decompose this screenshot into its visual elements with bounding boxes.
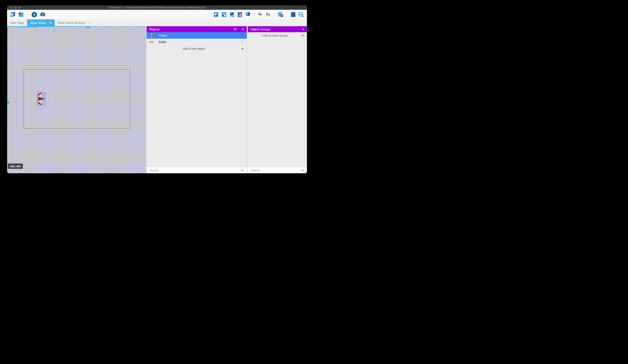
bullet-thumbnail — [148, 39, 155, 45]
rotation-handle[interactable] — [40, 88, 42, 90]
horizontal-scrollbar-thumb[interactable] — [86, 26, 90, 28]
groups-search-bar — [248, 167, 307, 173]
instances-list-icon[interactable] — [237, 12, 243, 18]
object-row-bullet[interactable]: Bullet ⋮ — [147, 39, 247, 45]
resize-handle-bottom-left[interactable] — [40, 107, 42, 108]
resize-handle-bottom-right[interactable] — [47, 107, 49, 108]
add-object-label: Add a new object — [147, 47, 241, 50]
groups-panel-header: Object Groups ✕ — [248, 26, 307, 32]
add-group-label: Click to add a group — [248, 34, 302, 37]
objects-panel-header: Objects ✕ — [147, 26, 247, 32]
grid-icon[interactable] — [290, 12, 296, 18]
properties-icon[interactable] — [229, 12, 235, 18]
objects-panel-title: Objects — [149, 27, 160, 31]
object-groups-panel: Object Groups ✕ Click to add a group + — [248, 26, 307, 173]
toolbar-separator — [27, 12, 28, 17]
objects-panel: Objects ✕ — [147, 26, 247, 173]
main-toolbar: 1:1 — [7, 10, 307, 19]
groups-search-input[interactable] — [248, 169, 301, 172]
scene-canvas[interactable]: 268;-464 — [7, 26, 146, 173]
search-icon — [301, 169, 305, 172]
plus-icon[interactable]: + — [241, 46, 244, 51]
toolbar-separator — [274, 12, 274, 17]
filter-icon[interactable] — [234, 28, 236, 30]
object-row-player[interactable]: Player ⋮ — [147, 32, 247, 39]
tab-base-scene[interactable]: Base Scene ✕ — [27, 19, 55, 26]
project-manager-icon[interactable] — [9, 12, 16, 18]
close-tab-icon[interactable]: ✕ — [88, 21, 91, 24]
app-window: GDevelop 5 - /Users/dkarakay/Documents/G… — [7, 5, 307, 173]
close-icon[interactable]: ✕ — [302, 28, 305, 31]
layers-icon[interactable] — [245, 12, 251, 18]
active-tab-underline — [18, 26, 37, 27]
object-groups-editor-icon[interactable] — [221, 12, 227, 18]
groups-panel-title: Object Groups — [250, 27, 270, 31]
close-tab-icon[interactable]: ✕ — [49, 21, 52, 24]
objects-editor-icon[interactable] — [213, 12, 219, 18]
vertical-scrollbar-thumb[interactable] — [7, 100, 9, 105]
delete-mask-icon[interactable] — [278, 12, 284, 18]
object-menu-icon[interactable]: ⋮ — [240, 40, 244, 44]
undo-icon[interactable] — [257, 12, 263, 18]
objects-search-bar — [147, 167, 247, 173]
window-title: GDevelop 5 - /Users/dkarakay/Documents/G… — [7, 5, 307, 10]
objects-search-input[interactable] — [147, 169, 240, 172]
object-menu-icon[interactable]: ⋮ — [240, 34, 244, 37]
close-icon[interactable]: ✕ — [241, 28, 244, 31]
add-object-row[interactable]: Add a new object + — [147, 45, 247, 52]
titlebar: GDevelop 5 - /Users/dkarakay/Documents/G… — [7, 5, 307, 10]
tab-base-scene-events[interactable]: Base Scene (Events) ✕ — [55, 19, 94, 26]
object-name: Bullet — [159, 40, 166, 44]
cursor-coordinates: 268;-464 — [8, 164, 23, 169]
play-icon[interactable] — [31, 12, 37, 18]
tab-start-page[interactable]: Start Page — [7, 19, 27, 26]
search-icon — [240, 169, 244, 172]
zoom-1-1-icon[interactable]: 1:1 — [298, 12, 304, 18]
debug-icon[interactable] — [40, 12, 46, 18]
zoom-ratio-label: 1:1 — [300, 13, 302, 15]
player-thumbnail — [148, 33, 155, 39]
add-group-row[interactable]: Click to add a group + — [248, 32, 307, 39]
resize-handle-right[interactable] — [46, 98, 48, 100]
redo-icon[interactable] — [265, 12, 271, 18]
tab-bar: Start Page Base Scene ✕ Base Scene (Even… — [7, 19, 307, 26]
plus-icon[interactable]: + — [302, 33, 304, 38]
object-name: Player — [159, 34, 167, 37]
player-instance[interactable] — [36, 92, 46, 106]
scene-window-icon[interactable] — [18, 12, 24, 18]
